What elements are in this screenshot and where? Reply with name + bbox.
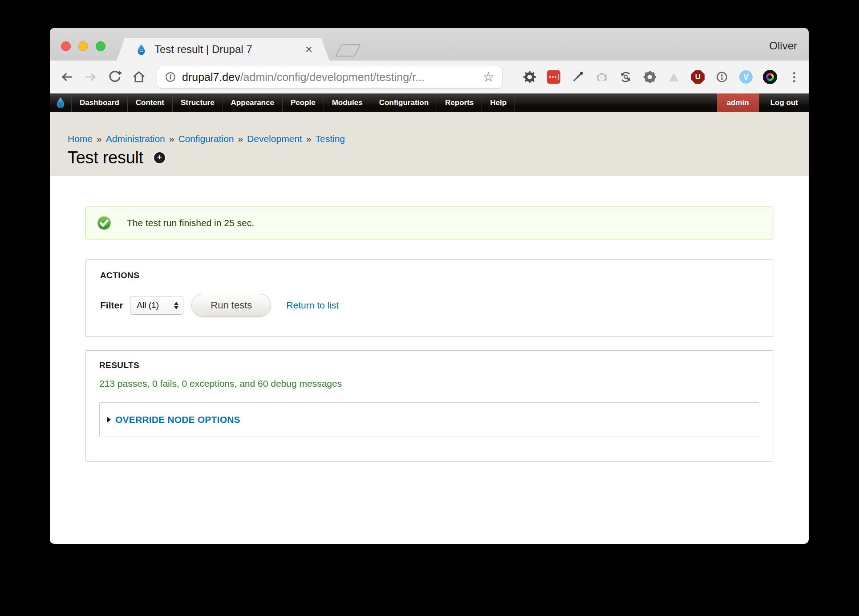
- actions-legend: ACTIONS: [100, 271, 758, 280]
- breadcrumb-separator: »: [97, 134, 102, 144]
- override-node-options-fieldset[interactable]: OVERRIDE NODE OPTIONS: [99, 402, 759, 437]
- drupal-admin-toolbar: Dashboard Content Structure Appearance P…: [50, 93, 809, 112]
- filter-select-value: All (1): [137, 300, 159, 310]
- ublock-origin-icon[interactable]: U: [690, 69, 705, 85]
- toolbar-item-help[interactable]: Help: [482, 93, 515, 112]
- toolbar-item-reports[interactable]: Reports: [437, 93, 482, 112]
- toolbar-user-admin[interactable]: admin: [717, 93, 759, 112]
- page-info-icon[interactable]: [165, 72, 176, 82]
- tab-close-icon[interactable]: ×: [305, 43, 312, 56]
- add-shortcut-icon[interactable]: +: [154, 152, 165, 163]
- page-title: Test result: [68, 148, 143, 167]
- toolbar-item-modules[interactable]: Modules: [324, 93, 371, 112]
- browser-window: Test result | Drupal 7 × Oliver drupal7.…: [50, 28, 809, 544]
- browser-navbar: drupal7.dev/admin/config/development/tes…: [50, 61, 809, 93]
- breadcrumb-separator: »: [306, 134, 312, 144]
- status-message-text: The test run finished in 25 sec.: [127, 218, 254, 228]
- results-summary: 213 passes, 0 fails, 0 exceptions, and 6…: [99, 378, 759, 389]
- forward-icon: [82, 68, 100, 86]
- page-content: The test run finished in 25 sec. ACTIONS…: [50, 176, 809, 462]
- new-tab-button[interactable]: [335, 44, 361, 57]
- toolbar-item-appearance[interactable]: Appearance: [223, 93, 282, 112]
- override-node-options-link[interactable]: OVERRIDE NODE OPTIONS: [115, 414, 240, 425]
- url-path: /admin/config/development/testing/r...: [240, 71, 425, 83]
- select-arrows-icon: [174, 302, 178, 309]
- camera-lens-icon[interactable]: [762, 69, 778, 85]
- drupal-logo-icon[interactable]: [50, 93, 71, 112]
- filter-label: Filter: [100, 300, 123, 311]
- settings-gear-icon[interactable]: [522, 69, 537, 85]
- toolbar-item-content[interactable]: Content: [127, 93, 172, 112]
- tab-title: Test result | Drupal 7: [154, 43, 252, 56]
- onepassword-icon[interactable]: [714, 69, 729, 85]
- toolbar-logout[interactable]: Log out: [759, 93, 809, 112]
- url-text[interactable]: drupal7.dev/admin/config/development/tes…: [182, 71, 425, 84]
- breadcrumb-separator: »: [169, 134, 174, 144]
- session-sync-icon[interactable]: [618, 69, 633, 85]
- breadcrumb-separator: »: [238, 134, 243, 144]
- ublock-letter: U: [695, 73, 701, 81]
- results-fieldset: RESULTS 213 passes, 0 fails, 0 exception…: [85, 350, 773, 462]
- results-legend: RESULTS: [99, 361, 759, 370]
- toolbar-item-structure[interactable]: Structure: [172, 93, 223, 112]
- url-domain: drupal7.dev: [182, 71, 240, 83]
- breadcrumb-link-testing[interactable]: Testing: [316, 134, 345, 144]
- toolbar-item-people[interactable]: People: [282, 93, 324, 112]
- extension-bar: U V: [522, 69, 802, 85]
- breadcrumb-link-home[interactable]: Home: [68, 134, 93, 144]
- browser-profile-name[interactable]: Oliver: [769, 40, 797, 52]
- page-header: Home»Administration»Configuration»Develo…: [50, 112, 809, 176]
- vimium-icon[interactable]: V: [738, 69, 754, 85]
- screenshot-camera-icon[interactable]: [594, 69, 609, 85]
- status-message: The test run finished in 25 sec.: [85, 207, 773, 239]
- browser-tab[interactable]: Test result | Drupal 7 ×: [117, 38, 329, 61]
- color-picker-icon[interactable]: [570, 69, 585, 85]
- breadcrumb-link-administration[interactable]: Administration: [106, 134, 165, 144]
- actions-fieldset: ACTIONS Filter All (1) Run tests Return …: [85, 259, 773, 337]
- drupal-favicon-icon: [135, 44, 147, 56]
- run-tests-button[interactable]: Run tests: [191, 294, 271, 317]
- return-to-list-link[interactable]: Return to list: [286, 300, 339, 311]
- tab-strip: Test result | Drupal 7 × Oliver: [50, 28, 809, 61]
- back-icon[interactable]: [58, 68, 76, 86]
- breadcrumb-link-development[interactable]: Development: [247, 134, 302, 144]
- reload-icon[interactable]: [106, 68, 124, 86]
- browser-menu-icon[interactable]: [786, 69, 802, 85]
- toolbar-item-dashboard[interactable]: Dashboard: [71, 93, 127, 112]
- close-window-button[interactable]: [61, 41, 71, 51]
- lastpass-icon[interactable]: [546, 69, 561, 85]
- breadcrumb-link-configuration[interactable]: Configuration: [178, 134, 234, 144]
- success-check-icon: [97, 215, 112, 231]
- home-icon[interactable]: [130, 68, 148, 86]
- toolbar-item-configuration[interactable]: Configuration: [371, 93, 437, 112]
- vimium-letter: V: [743, 73, 749, 82]
- filter-select[interactable]: All (1): [130, 296, 183, 315]
- userscript-gear-icon[interactable]: [642, 69, 657, 85]
- google-drive-icon[interactable]: [666, 69, 681, 85]
- collapsed-arrow-icon: [107, 417, 111, 423]
- zoom-window-button[interactable]: [96, 41, 105, 51]
- url-bar[interactable]: drupal7.dev/admin/config/development/tes…: [157, 66, 503, 89]
- minimize-window-button[interactable]: [78, 41, 88, 51]
- breadcrumb: Home»Administration»Configuration»Develo…: [68, 134, 791, 144]
- bookmark-star-icon[interactable]: ☆: [482, 70, 494, 84]
